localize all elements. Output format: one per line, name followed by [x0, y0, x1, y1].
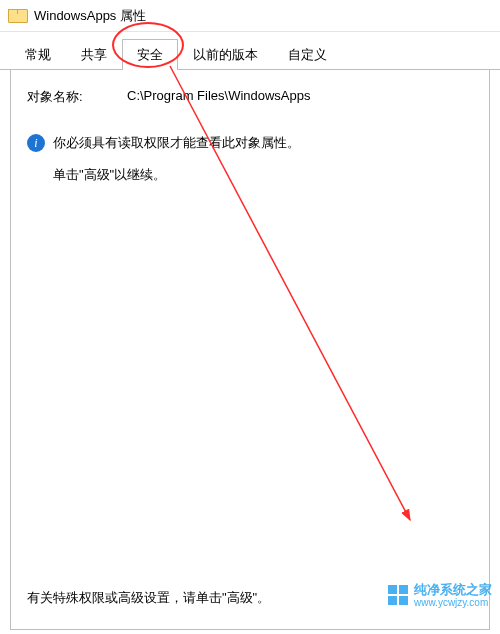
advanced-note: 有关特殊权限或高级设置，请单击"高级"。	[27, 589, 270, 607]
security-panel: 对象名称: C:\Program Files\WindowsApps i 你必须…	[10, 70, 490, 630]
watermark: 纯净系统之家 www.ycwjzy.com	[388, 583, 492, 608]
watermark-logo-icon	[388, 585, 408, 605]
object-name-row: 对象名称: C:\Program Files\WindowsApps	[27, 88, 473, 106]
info-row: i 你必须具有读取权限才能查看此对象属性。	[27, 134, 473, 152]
tab-sharing[interactable]: 共享	[66, 39, 122, 70]
object-name-value: C:\Program Files\WindowsApps	[127, 88, 311, 106]
info-icon: i	[27, 134, 45, 152]
folder-icon	[8, 9, 26, 23]
continue-hint: 单击"高级"以继续。	[53, 166, 473, 184]
window-title: WindowsApps 属性	[34, 7, 146, 25]
watermark-line2: www.ycwjzy.com	[414, 597, 492, 608]
info-message: 你必须具有读取权限才能查看此对象属性。	[53, 134, 300, 152]
tab-general[interactable]: 常规	[10, 39, 66, 70]
watermark-text: 纯净系统之家 www.ycwjzy.com	[414, 583, 492, 608]
tab-previous-versions[interactable]: 以前的版本	[178, 39, 273, 70]
object-name-label: 对象名称:	[27, 88, 127, 106]
watermark-line1: 纯净系统之家	[414, 583, 492, 597]
titlebar: WindowsApps 属性	[0, 0, 500, 32]
tab-customize[interactable]: 自定义	[273, 39, 342, 70]
tab-security[interactable]: 安全	[122, 39, 178, 70]
tabstrip: 常规 共享 安全 以前的版本 自定义	[0, 32, 500, 70]
